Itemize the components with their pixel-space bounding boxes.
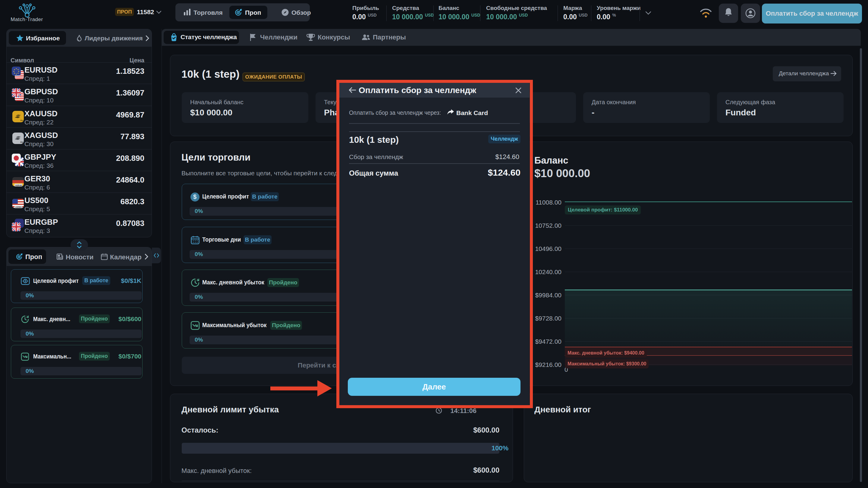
svg-text:GER40: GER40 [15, 184, 22, 187]
svg-text:Ag: Ag [20, 141, 24, 143]
svg-text:Au: Au [20, 119, 24, 122]
svg-text:US500: US500 [16, 206, 22, 208]
